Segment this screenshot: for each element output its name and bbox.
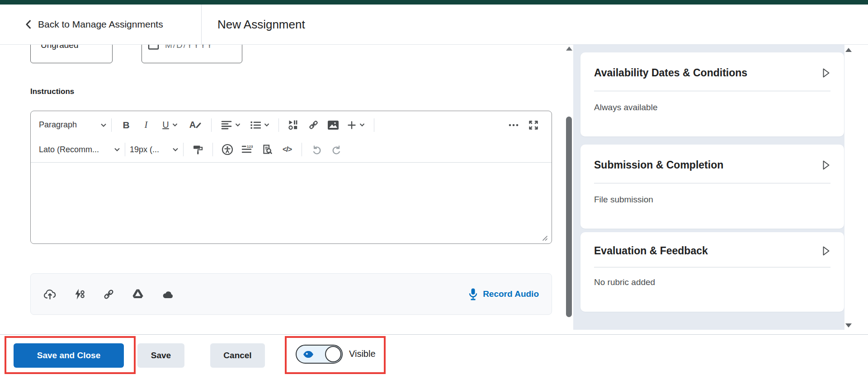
editor-content-area[interactable] xyxy=(31,163,552,244)
source-code-button[interactable]: </> xyxy=(277,140,297,159)
more-options-icon xyxy=(508,123,519,127)
paragraph-style-dropdown[interactable]: Paragraph xyxy=(39,116,107,134)
card-divider xyxy=(594,183,830,183)
toolbar-separator xyxy=(111,118,112,132)
attach-link-icon[interactable] xyxy=(103,288,115,300)
font-family-dropdown[interactable]: Lato (Recomm... xyxy=(39,140,120,159)
pen-icon xyxy=(196,122,201,128)
quicklink-icon xyxy=(308,119,319,131)
save-and-close-button[interactable]: Save and Close xyxy=(14,343,124,368)
quicklink-button[interactable] xyxy=(303,116,323,134)
scroll-up-arrow[interactable] xyxy=(566,47,572,51)
chevron-down-icon xyxy=(100,123,107,127)
save-button[interactable]: Save xyxy=(137,343,184,368)
underline-icon: U xyxy=(162,120,169,130)
svg-text:123: 123 xyxy=(247,145,253,149)
microphone-icon xyxy=(468,288,478,301)
alignment-button[interactable] xyxy=(216,116,245,134)
font-size-dropdown[interactable]: 19px (... xyxy=(130,140,179,159)
format-painter-icon xyxy=(193,144,203,155)
undo-button[interactable] xyxy=(307,140,326,159)
record-audio-button[interactable]: Record Audio xyxy=(468,288,539,301)
fullscreen-button[interactable] xyxy=(524,116,543,134)
size-dropdown-value: 19px (... xyxy=(130,145,159,154)
bold-button[interactable]: B xyxy=(116,116,136,134)
calendar-icon xyxy=(148,45,159,50)
onedrive-icon[interactable] xyxy=(161,289,175,299)
due-date-placeholder: M/D/YYYY xyxy=(165,45,213,50)
list-button[interactable] xyxy=(245,116,274,134)
chevron-down-icon xyxy=(172,123,178,127)
italic-button[interactable]: I xyxy=(136,116,156,134)
toolbar-separator xyxy=(211,118,212,132)
chevron-down-icon xyxy=(359,123,365,127)
accessibility-checker-button[interactable] xyxy=(217,140,237,159)
card-divider xyxy=(594,267,830,267)
back-link-label: Back to Manage Assignments xyxy=(38,19,163,30)
back-to-manage-assignments-link[interactable]: Back to Manage Assignments xyxy=(25,5,163,44)
toolbar-separator xyxy=(212,143,213,156)
page-title: New Assignment xyxy=(217,5,305,44)
chevron-down-icon xyxy=(172,147,179,152)
google-drive-icon[interactable] xyxy=(132,289,144,300)
toolbar-separator xyxy=(125,143,125,156)
submission-card[interactable]: Submission & Completion File submission xyxy=(580,145,844,229)
format-painter-button[interactable] xyxy=(188,140,208,159)
preview-button[interactable] xyxy=(257,140,277,159)
collapse-caret-icon[interactable] xyxy=(822,68,830,78)
sidebar-scroll-down-arrow[interactable] xyxy=(845,323,852,328)
insert-more-button[interactable] xyxy=(343,116,369,134)
grade-select[interactable]: Ungraded xyxy=(30,45,113,63)
preview-icon xyxy=(262,144,273,155)
upload-file-icon[interactable] xyxy=(43,288,57,300)
toolbar-separator xyxy=(278,118,279,132)
more-actions-button[interactable] xyxy=(504,116,524,134)
card-status: Always available xyxy=(594,103,830,112)
header-divider xyxy=(201,5,202,44)
due-date-field[interactable]: M/D/YYYY xyxy=(142,45,242,63)
underline-button[interactable]: U xyxy=(156,116,184,134)
card-status: No rubric added xyxy=(594,277,830,287)
main-scrollbar-thumb[interactable] xyxy=(566,117,572,317)
grade-select-value: Ungraded xyxy=(41,45,78,50)
accessibility-checker-icon xyxy=(222,144,233,155)
visibility-toggle[interactable] xyxy=(296,345,343,364)
card-status: File submission xyxy=(594,195,830,205)
insert-image-button[interactable] xyxy=(323,116,343,134)
page-header: Back to Manage Assignments New Assignmen… xyxy=(0,5,868,45)
chevron-down-icon xyxy=(114,147,120,152)
font-color-icon: A xyxy=(189,120,196,130)
paragraph-dropdown-value: Paragraph xyxy=(39,120,77,130)
redo-button[interactable] xyxy=(326,140,346,159)
bullet-list-icon xyxy=(250,121,261,130)
visibility-label: Visible xyxy=(349,335,376,373)
card-title: Evaluation & Feedback xyxy=(594,245,708,257)
font-color-button[interactable]: A xyxy=(184,116,207,134)
resize-handle[interactable] xyxy=(540,234,548,241)
cancel-button[interactable]: Cancel xyxy=(210,343,265,368)
chevron-down-icon xyxy=(235,123,241,127)
instructions-editor[interactable]: Paragraph B I U A xyxy=(30,111,552,244)
word-count-button[interactable]: 123 xyxy=(237,140,257,159)
source-code-icon: </> xyxy=(283,145,292,154)
font-dropdown-value: Lato (Recomm... xyxy=(39,145,99,154)
sidebar-scroll-up-arrow[interactable] xyxy=(845,48,852,52)
fullscreen-icon xyxy=(528,120,539,131)
insert-stuff-icon xyxy=(288,119,299,131)
chevron-down-icon xyxy=(264,123,269,127)
card-title: Availability Dates & Conditions xyxy=(594,67,747,79)
toggle-knob[interactable] xyxy=(325,346,341,362)
collapse-caret-icon[interactable] xyxy=(822,246,830,256)
eye-icon xyxy=(302,350,314,359)
evaluation-card[interactable]: Evaluation & Feedback No rubric added xyxy=(580,232,844,312)
availability-card[interactable]: Availability Dates & Conditions Always a… xyxy=(580,52,844,136)
insert-stuff-button[interactable] xyxy=(283,116,303,134)
existing-activity-icon[interactable] xyxy=(74,288,85,300)
collapse-caret-icon[interactable] xyxy=(822,160,830,170)
back-chevron-icon xyxy=(25,20,31,29)
undo-icon xyxy=(311,144,322,155)
word-count-icon: 123 xyxy=(241,144,253,155)
org-color-bar xyxy=(0,0,868,5)
plus-icon xyxy=(348,121,356,129)
settings-sidebar: Availability Dates & Conditions Always a… xyxy=(573,45,844,330)
